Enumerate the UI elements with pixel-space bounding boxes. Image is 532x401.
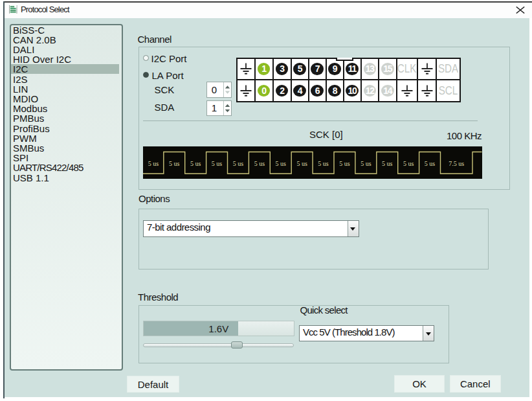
svg-text:5 us: 5 us (276, 160, 287, 167)
svg-text:5 us: 5 us (148, 160, 159, 167)
svg-text:5 us: 5 us (360, 160, 371, 167)
svg-text:5 us: 5 us (212, 160, 223, 167)
svg-text:5 us: 5 us (382, 160, 393, 167)
svg-text:5 us: 5 us (169, 160, 180, 167)
svg-text:5 us: 5 us (190, 160, 201, 167)
svg-text:5 us: 5 us (296, 160, 307, 167)
svg-text:5 us: 5 us (403, 160, 414, 167)
svg-text:5 us: 5 us (254, 160, 265, 167)
svg-text:5 us: 5 us (339, 160, 350, 167)
svg-text:7.5 us: 7.5 us (449, 160, 464, 167)
svg-text:5 us: 5 us (233, 160, 244, 167)
svg-text:5 us: 5 us (318, 160, 329, 167)
svg-text:5 us: 5 us (425, 160, 436, 167)
